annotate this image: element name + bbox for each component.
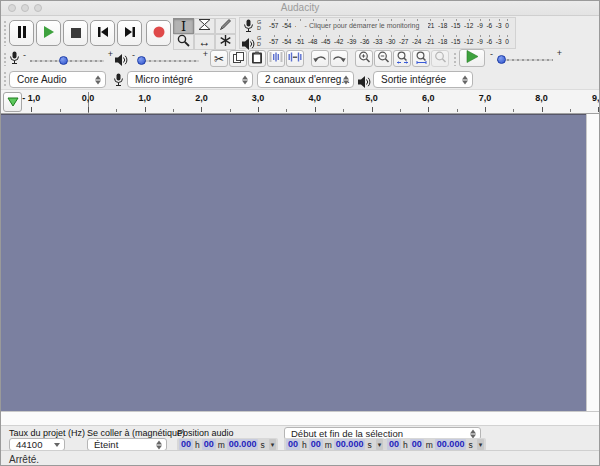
- hours-value[interactable]: 00: [286, 439, 300, 450]
- skip-to-end-icon: [124, 26, 136, 41]
- meter-scale-tick-label: -9: [477, 22, 483, 30]
- playback-device-dropdown[interactable]: Sortie intégrée: [373, 71, 473, 88]
- recording-device-value: Micro intégré: [135, 74, 193, 85]
- minutes-unit: m: [218, 440, 225, 450]
- title-bar[interactable]: Audacity: [1, 1, 599, 16]
- hours-value[interactable]: 00: [179, 439, 193, 450]
- timefield-dropdown-arrow[interactable]: ▾: [376, 439, 384, 450]
- cut-button[interactable]: ✂: [210, 50, 228, 67]
- timeline-label: 5,0: [365, 93, 378, 103]
- selection-toolbar: Taux du projet (Hz) Se coller à (magnéti…: [1, 425, 599, 450]
- timeline-tick: [88, 107, 89, 112]
- toolbar-dock: I ↔ GD -57-54-51-48-45-42-39-36-33-30-27…: [1, 16, 599, 89]
- minutes-value[interactable]: 00: [410, 439, 424, 450]
- toolbar-grip[interactable]: [3, 71, 7, 87]
- zoom-tool-button[interactable]: [173, 34, 194, 50]
- timeline-tick: [116, 109, 117, 112]
- pinned-play-head-button[interactable]: [3, 92, 22, 112]
- timeline-tick: [428, 107, 429, 112]
- timefield-dropdown-arrow[interactable]: ▾: [477, 439, 485, 450]
- toolbar-grip[interactable]: [3, 52, 7, 66]
- fit-project-icon: [415, 51, 428, 67]
- toolbar-grip[interactable]: [453, 52, 457, 66]
- zoom-out-button[interactable]: [374, 50, 392, 67]
- timeline-tick: [542, 107, 543, 112]
- seconds-value[interactable]: 00.000: [334, 439, 366, 450]
- horizontal-scrollbar[interactable]: [1, 411, 599, 425]
- silence-audio-button[interactable]: [286, 50, 304, 67]
- hours-unit: h: [403, 440, 408, 450]
- timeline-tick: [485, 107, 486, 112]
- seconds-value[interactable]: 00.000: [435, 439, 467, 450]
- envelope-tool-button[interactable]: [194, 18, 215, 34]
- record-button[interactable]: [146, 20, 171, 46]
- seconds-unit: s: [468, 440, 472, 450]
- recording-channels-dropdown[interactable]: 2 canaux d'enreg...: [257, 71, 354, 88]
- recording-volume-slider[interactable]: - +: [23, 50, 113, 66]
- minutes-value[interactable]: 00: [309, 439, 323, 450]
- recording-device-dropdown[interactable]: Micro intégré: [127, 71, 253, 88]
- zoom-toggle-button[interactable]: [431, 50, 449, 67]
- timeline-tick: [343, 109, 344, 112]
- zoom-in-button[interactable]: [355, 50, 373, 67]
- timeline-ruler[interactable]: - 1,00,01,02,03,04,05,06,07,08,09,0: [1, 89, 599, 114]
- slider-max-label: +: [557, 48, 562, 58]
- skip-to-start-button[interactable]: [90, 20, 115, 46]
- trim-audio-button[interactable]: [267, 50, 285, 67]
- paste-button[interactable]: [248, 50, 266, 67]
- stop-icon: [71, 26, 81, 41]
- copy-button[interactable]: [229, 50, 247, 67]
- meter-scale-tick-label: -21: [425, 38, 434, 46]
- pause-icon: [17, 26, 27, 41]
- window-title: Audacity: [1, 2, 599, 13]
- vertical-scrollbar[interactable]: [586, 114, 599, 423]
- fit-selection-button[interactable]: [393, 50, 411, 67]
- toolbar-grip[interactable]: [3, 20, 7, 46]
- recording-meter[interactable]: GD -57-54-51-48-45-42-39-36-33-30-27-24-…: [240, 18, 515, 34]
- envelope-tool-icon: [198, 18, 211, 34]
- timeline-tick: [258, 107, 259, 112]
- playback-meter[interactable]: GD -57-54-51-48-45-42-39-36-33-30-27-24-…: [240, 34, 515, 50]
- draw-tool-button[interactable]: [215, 18, 236, 34]
- seconds-value[interactable]: 00.000: [227, 439, 259, 450]
- play-at-speed-button[interactable]: [459, 49, 485, 67]
- slider-thumb[interactable]: [59, 56, 68, 65]
- play-speed-slider[interactable]: - +: [490, 49, 562, 65]
- audio-host-dropdown[interactable]: Core Audio: [9, 71, 106, 88]
- updown-chevrons-icon: [156, 440, 162, 449]
- timeline-tick: [513, 109, 514, 112]
- stop-button[interactable]: [63, 20, 88, 46]
- timefield-dropdown-arrow[interactable]: ▾: [269, 439, 277, 450]
- multi-tool-button[interactable]: [215, 34, 236, 50]
- slider-track[interactable]: [139, 60, 199, 62]
- minutes-value[interactable]: 00: [202, 439, 216, 450]
- playback-volume-slider[interactable]: - +: [132, 50, 208, 66]
- updown-chevrons-icon: [462, 75, 468, 84]
- zoom-out-icon: [377, 51, 390, 67]
- monitor-prompt[interactable]: - Cliquer pour démarrer le monitoring: [296, 21, 428, 31]
- hours-value[interactable]: 00: [387, 439, 401, 450]
- meter-scale-tick-label: -57: [269, 38, 278, 46]
- updown-chevrons-icon: [95, 75, 101, 84]
- redo-button[interactable]: [330, 50, 348, 67]
- timeline-tick: [372, 107, 373, 112]
- timeline-tick: [315, 107, 316, 112]
- play-at-speed-icon: [466, 50, 479, 66]
- meter-scale-tick-label: -24: [412, 38, 421, 46]
- time-shift-tool-button[interactable]: ↔: [194, 34, 215, 50]
- fit-project-button[interactable]: [412, 50, 430, 67]
- slider-thumb[interactable]: [497, 55, 506, 64]
- pause-button[interactable]: [9, 20, 34, 46]
- timeline-label: 0,0: [82, 93, 95, 103]
- undo-button[interactable]: [311, 50, 329, 67]
- slider-thumb[interactable]: [137, 56, 146, 65]
- skip-to-end-button[interactable]: [117, 20, 142, 46]
- hours-unit: h: [195, 440, 200, 450]
- meter-scale-tick-label: -39: [347, 38, 356, 46]
- selection-tool-button[interactable]: I: [173, 18, 194, 34]
- track-canvas[interactable]: [1, 114, 599, 411]
- green-pin-icon: [7, 95, 19, 110]
- timeline-label: - 1,0: [22, 93, 40, 103]
- pencil-icon: [219, 18, 232, 34]
- play-button[interactable]: [36, 20, 61, 46]
